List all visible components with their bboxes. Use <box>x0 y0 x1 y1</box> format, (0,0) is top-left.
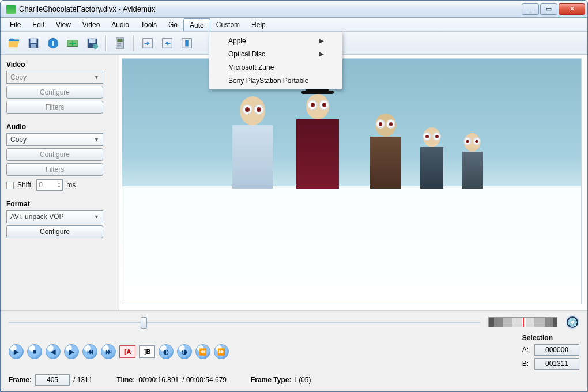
stop-icon[interactable]: ■ <box>27 344 42 359</box>
format-value: AVI, unpack VOP <box>10 213 64 221</box>
calc-icon[interactable] <box>111 35 129 52</box>
svg-rect-1 <box>31 38 37 42</box>
svg-rect-12 <box>119 43 121 44</box>
video-codec-value: Copy <box>10 73 27 81</box>
menuitem-apple[interactable]: Apple▶ <box>211 34 340 47</box>
menuitem-label: Microsoft Zune <box>228 63 274 71</box>
cut-icon[interactable] <box>178 35 195 52</box>
audio-scope-icon[interactable] <box>566 315 579 329</box>
audio-codec-value: Copy <box>10 135 27 144</box>
menuitem-label: Optical Disc <box>228 50 265 58</box>
append-icon[interactable] <box>64 35 81 52</box>
save-icon[interactable] <box>25 35 42 52</box>
menuitem-microsoft-zune[interactable]: Microsoft Zune <box>211 61 340 74</box>
audio-heading: Audio <box>6 123 113 131</box>
toolbar-divider <box>133 35 134 51</box>
last-icon[interactable]: ⏩ <box>214 344 229 359</box>
chevron-down-icon: ▼ <box>94 137 99 142</box>
frame-total: / 1311 <box>73 376 92 384</box>
time-label: Time: <box>116 376 135 384</box>
menuitem-label: Sony PlayStation Portable <box>228 77 308 85</box>
open-icon[interactable] <box>5 35 22 52</box>
svg-rect-18 <box>185 40 189 46</box>
mark-b-button[interactable]: ⟧B <box>139 345 155 358</box>
menuitem-optical-disc[interactable]: Optical Disc▶ <box>211 47 340 61</box>
frametype-label: Frame Type: <box>251 376 291 384</box>
svg-rect-14 <box>119 44 121 46</box>
format-configure-button[interactable]: Configure <box>6 225 103 238</box>
video-configure-button[interactable]: Configure <box>6 86 103 99</box>
prev-key-icon[interactable]: ⏮ <box>82 344 97 359</box>
svg-rect-7 <box>89 38 96 42</box>
svg-rect-10 <box>117 39 122 42</box>
shift-checkbox[interactable] <box>6 182 14 189</box>
close-button[interactable]: ✕ <box>559 3 585 15</box>
vu-meter <box>488 317 557 327</box>
audio-filters-button[interactable]: Filters <box>6 163 103 176</box>
menuitem-label: Apple <box>228 37 246 45</box>
play-icon[interactable]: ▶ <box>9 344 24 359</box>
menuitem-sony-psp[interactable]: Sony PlayStation Portable <box>211 74 340 87</box>
submenu-arrow-icon: ▶ <box>319 37 324 44</box>
svg-rect-13 <box>117 44 119 46</box>
svg-point-8 <box>93 43 98 48</box>
sel-a-label: A: <box>522 346 529 354</box>
audio-codec-select[interactable]: Copy▼ <box>6 133 103 146</box>
savejpg-icon[interactable] <box>84 35 101 52</box>
frame-current[interactable]: 405 <box>35 374 70 386</box>
menu-video[interactable]: Video <box>77 18 105 31</box>
menu-edit[interactable]: Edit <box>27 18 50 31</box>
seek-thumb[interactable] <box>141 317 147 329</box>
auto-menu-dropdown: Apple▶ Optical Disc▶ Microsoft Zune Sony… <box>209 32 342 89</box>
info-icon[interactable]: i <box>44 35 62 52</box>
sel-b-label: B: <box>522 360 529 368</box>
chevron-down-icon: ▼ <box>94 214 99 220</box>
toolbar-divider <box>105 35 107 51</box>
sel-a-value[interactable]: 000000 <box>534 344 579 356</box>
shift-value: 0 <box>39 181 43 189</box>
audio-configure-button[interactable]: Configure <box>6 148 103 161</box>
window-title: CharlieChocolateFactory.divx - Avidemux <box>19 5 522 13</box>
format-heading: Format <box>6 200 113 208</box>
next-frame-icon[interactable]: ▶ <box>64 344 79 359</box>
video-codec-select[interactable]: Copy▼ <box>6 71 103 84</box>
format-select[interactable]: AVI, unpack VOP▼ <box>6 210 103 223</box>
video-filters-button[interactable]: Filters <box>6 101 103 114</box>
shift-label: Shift: <box>17 181 33 189</box>
frame-label: Frame: <box>9 376 32 384</box>
menubar: File Edit View Video Audio Tools Go Auto… <box>1 18 587 32</box>
next-key-icon[interactable]: ⏭ <box>101 344 116 359</box>
seek-slider[interactable] <box>9 316 480 329</box>
app-icon <box>6 5 16 14</box>
svg-rect-11 <box>117 43 119 44</box>
menu-go[interactable]: Go <box>163 18 183 31</box>
app-window: CharlieChocolateFactory.divx - Avidemux … <box>0 0 588 392</box>
maximize-button[interactable]: ▭ <box>540 3 557 15</box>
selection-heading: Selection <box>522 334 579 342</box>
svg-text:i: i <box>52 39 54 47</box>
chevron-down-icon: ▼ <box>94 74 99 80</box>
marker-out-icon[interactable] <box>159 35 176 52</box>
menu-view[interactable]: View <box>50 18 77 31</box>
menu-audio[interactable]: Audio <box>105 18 135 31</box>
shift-unit: ms <box>66 181 76 189</box>
mark-a-button[interactable]: ⟦A <box>119 345 135 358</box>
preview-figure <box>420 127 443 189</box>
preview-figure <box>462 133 483 189</box>
menu-help[interactable]: Help <box>246 18 272 31</box>
video-heading: Video <box>6 61 113 69</box>
minimize-button[interactable]: — <box>522 3 539 15</box>
sidebar: Video Copy▼ Configure Filters Audio Copy… <box>1 55 119 310</box>
marker-in-icon[interactable] <box>139 35 156 52</box>
menu-auto[interactable]: Auto <box>183 18 210 31</box>
menu-tools[interactable]: Tools <box>135 18 163 31</box>
next-black-icon[interactable]: ◑ <box>177 344 192 359</box>
menu-custom[interactable]: Custom <box>210 18 246 31</box>
shift-spinner[interactable]: 0▲▼ <box>36 179 63 191</box>
prev-black-icon[interactable]: ◐ <box>159 344 174 359</box>
bottom-panel: ▶ ■ ◀ ▶ ⏮ ⏭ ⟦A ⟧B ◐ ◑ ⏪ ⏩ Selection A:00… <box>1 310 587 391</box>
first-icon[interactable]: ⏪ <box>195 344 210 359</box>
prev-frame-icon[interactable]: ◀ <box>46 344 61 359</box>
sel-b-value[interactable]: 001311 <box>534 358 579 370</box>
menu-file[interactable]: File <box>4 18 27 31</box>
